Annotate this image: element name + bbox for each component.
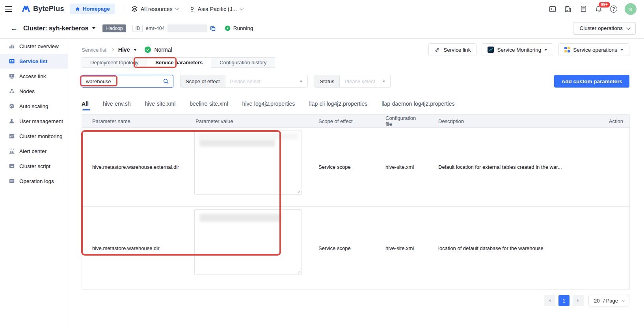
operations-grid-icon	[564, 47, 570, 52]
sidebar-item-label: Cluster script	[19, 163, 50, 169]
page-size-select[interactable]: 20 / Page	[588, 295, 629, 306]
file-tab-llap-daemon-log4j2[interactable]: llap-daemon-log4j2.properties	[382, 101, 454, 110]
alarm-icon	[9, 148, 15, 154]
normal-status-icon	[145, 47, 151, 53]
redacted-value	[199, 214, 281, 222]
search-input[interactable]	[86, 78, 160, 84]
tab-deployment-topology[interactable]: Deployment topology	[82, 57, 147, 68]
parameters-table: Parameter name Parameter value Scope of …	[82, 114, 630, 290]
scope-placeholder: Please select	[230, 78, 261, 84]
sidebar-item-label: Auto scaling	[19, 103, 48, 109]
script-icon	[9, 163, 15, 169]
chevron-down-icon	[175, 6, 179, 10]
monitoring-icon	[488, 47, 494, 53]
file-tab-hive-site[interactable]: hive-site.xml	[145, 101, 175, 110]
scope-filter: Scope of effect Please select	[180, 75, 308, 88]
byteplus-brand[interactable]: BytePlus	[22, 5, 64, 13]
sidebar-item-label: User management	[19, 118, 63, 124]
parameter-value-cell	[185, 128, 308, 206]
cluster-dropdown-caret-icon[interactable]	[92, 27, 95, 29]
parameter-search-box[interactable]	[82, 75, 173, 88]
search-icon[interactable]	[163, 78, 169, 84]
status-filter-select[interactable]: Please select	[339, 75, 391, 88]
parameter-value-cell	[185, 207, 308, 290]
cluster-type-badge: Hadoop	[102, 24, 126, 32]
all-resources-menu[interactable]: All resources	[131, 6, 178, 12]
cluster-id-value: emr-404	[145, 25, 164, 31]
caret-down-icon	[621, 49, 624, 50]
homepage-button[interactable]: Homepage	[70, 4, 115, 14]
sidebar-item-label: Service list	[19, 58, 47, 64]
breadcrumb-service-list[interactable]: Service list	[82, 47, 106, 53]
back-arrow-icon[interactable]: ←	[10, 24, 18, 32]
region-selector[interactable]: Asia Pacific (J...	[189, 6, 243, 12]
prev-page-button[interactable]	[544, 295, 555, 306]
breadcrumb-hive[interactable]: Hive	[118, 47, 130, 53]
sidebar-item-auto-scaling[interactable]: Auto scaling	[0, 99, 68, 114]
all-resources-label: All resources	[141, 6, 173, 12]
service-dropdown-caret-icon[interactable]	[134, 49, 137, 51]
table-header: Parameter name Parameter value Scope of …	[82, 115, 629, 128]
sidebar-item-operation-logs[interactable]: Operation logs	[0, 174, 68, 189]
resize-handle-icon[interactable]	[297, 190, 301, 194]
main-content: Service list Hive Normal Service link	[68, 39, 644, 325]
add-custom-parameters-button[interactable]: Add custom parameters	[554, 75, 629, 88]
parameter-value-textarea[interactable]	[194, 131, 302, 195]
menu-icon[interactable]	[5, 6, 12, 12]
column-header-scope: Scope of effect	[308, 115, 375, 127]
parameter-config-file: hive-site.xml	[375, 207, 428, 290]
service-operations-button[interactable]: Service operations	[558, 43, 629, 56]
parameter-scope: Service scope	[308, 207, 375, 290]
cloud-shell-icon[interactable]	[549, 5, 557, 13]
tab-configuration-history[interactable]: Configuration history	[211, 57, 275, 68]
byteplus-emr-console: BytePlus Homepage All resources Asia Pac…	[0, 0, 644, 325]
sidebar-item-cluster-monitoring[interactable]: Cluster monitoring	[0, 129, 68, 144]
service-monitoring-label: Service Monitoring	[497, 47, 541, 53]
file-tab-llap-cli-log4j2[interactable]: llap-cli-log4j2.properties	[309, 101, 367, 110]
caret-down-icon	[383, 80, 385, 82]
notifications-bell-icon[interactable]: 99+	[595, 5, 603, 13]
sidebar-item-cluster-overview[interactable]: Cluster overview	[0, 39, 68, 54]
chart-box-icon	[9, 133, 15, 139]
service-link-button[interactable]: Service link	[428, 43, 476, 56]
sidebar-item-user-management[interactable]: User management	[0, 114, 68, 129]
parameter-value-textarea[interactable]	[194, 209, 302, 275]
status-filter-label: Status	[315, 75, 340, 88]
copy-icon[interactable]	[210, 25, 216, 32]
documentation-icon[interactable]	[579, 5, 587, 13]
parameter-description: Default location for external tables cre…	[428, 128, 594, 206]
organization-icon[interactable]	[564, 5, 572, 13]
sidebar-item-label: Access link	[19, 73, 46, 79]
home-icon	[75, 6, 80, 12]
byteplus-logo-icon	[22, 5, 30, 13]
service-status: Normal	[145, 47, 172, 53]
sidebar-item-nodes[interactable]: Nodes	[0, 84, 68, 99]
page-number-button[interactable]: 1	[558, 295, 570, 306]
file-tab-hive-env[interactable]: hive-env.sh	[103, 101, 131, 110]
normal-status-label: Normal	[154, 47, 172, 53]
file-tab-all[interactable]: All	[82, 101, 89, 110]
tab-service-parameters[interactable]: Service parameters	[147, 57, 211, 68]
sidebar-item-label: Operation logs	[19, 178, 54, 184]
topnav-right-icons: 99+ ? s	[549, 3, 637, 15]
column-header-parameter-name: Parameter name	[82, 115, 185, 127]
sidebar-item-service-list[interactable]: Service list	[0, 54, 68, 69]
sidebar-item-alert-center[interactable]: Alert center	[0, 144, 68, 159]
running-status-icon	[225, 25, 231, 31]
cluster-operations-button[interactable]: Cluster operations	[573, 22, 636, 35]
next-page-button[interactable]	[573, 295, 584, 306]
user-avatar[interactable]: s	[625, 3, 637, 15]
file-tab-beeline-site[interactable]: beeline-site.xml	[190, 101, 228, 110]
service-monitoring-button[interactable]: Service Monitoring	[482, 43, 553, 56]
pagination: 1 20 / Page	[82, 295, 629, 306]
notification-badge: 99+	[598, 2, 610, 8]
resize-handle-icon[interactable]	[297, 270, 301, 274]
scope-filter-select[interactable]: Please select	[225, 75, 308, 88]
file-tab-hive-log4j2[interactable]: hive-log4j2.properties	[242, 101, 295, 110]
cluster-header-bar: ← Cluster: syh-kerberos Hadoop ID emr-40…	[0, 18, 644, 39]
column-header-action: Action	[594, 115, 629, 127]
help-icon[interactable]: ?	[610, 6, 617, 13]
sidebar-item-cluster-script[interactable]: Cluster script	[0, 159, 68, 174]
config-file-tabs: All hive-env.sh hive-site.xml beeline-si…	[82, 101, 629, 110]
sidebar-item-access-link[interactable]: Access link	[0, 69, 68, 84]
